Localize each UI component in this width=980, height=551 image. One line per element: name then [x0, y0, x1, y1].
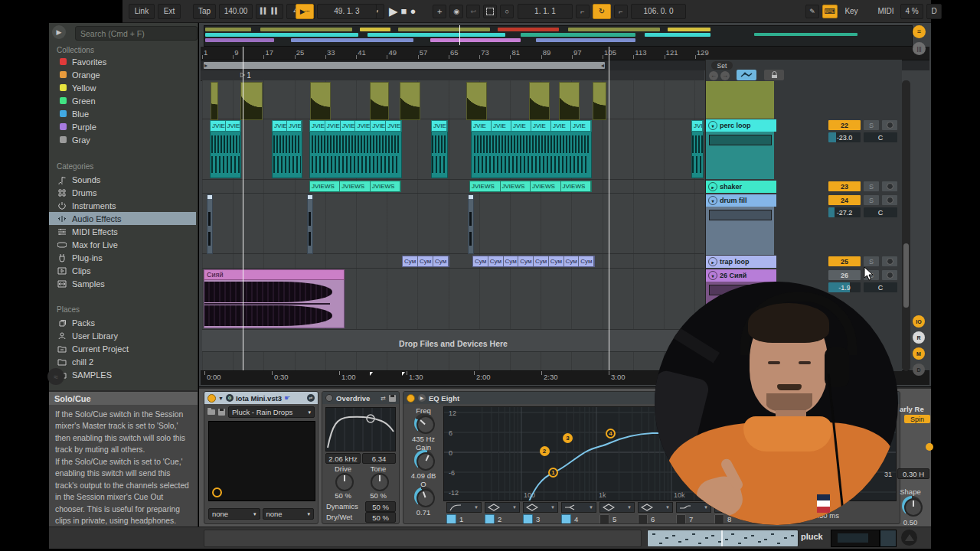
lock-envelopes-button[interactable]	[764, 70, 784, 80]
track-activator[interactable]: 22	[828, 120, 861, 130]
set-button[interactable]: Set	[711, 61, 733, 70]
sidebar-item-collection-green[interactable]: Green	[49, 94, 196, 107]
eq-q-knob[interactable]	[416, 489, 435, 507]
panel-toggle-m[interactable]: M	[913, 347, 925, 360]
sidebar-item-collection-favorites[interactable]: Favorites	[49, 55, 196, 68]
track-fold-icon[interactable]: ▾	[708, 196, 717, 205]
session-view-toggle[interactable]: ≡	[913, 25, 926, 38]
sidebar-item-drums[interactable]: Drums	[49, 186, 196, 199]
tone-value[interactable]: 50 %	[364, 491, 393, 500]
vertical-scrollbar[interactable]	[902, 80, 910, 371]
midi-clip-trap-loop[interactable]: СумСумСум	[402, 256, 449, 267]
rate-value[interactable]: 0.30 H	[897, 468, 929, 479]
track-name-bar[interactable]: ▾perc loop	[706, 119, 776, 132]
sidebar-item-chill-2[interactable]: chill 2	[49, 355, 196, 368]
track-name-bar[interactable]: ▾drum fill	[706, 194, 776, 207]
sidebar-item-sounds[interactable]: Sounds	[49, 173, 196, 186]
scrollbar-thumb[interactable]	[903, 243, 909, 308]
eq-band-shape-chooser[interactable]: ▼	[523, 502, 558, 513]
eq-q-value[interactable]: 0.71	[407, 508, 440, 517]
sidebar-item-audio-effects[interactable]: Audio Effects	[49, 212, 196, 225]
panel-toggle-io[interactable]: IO	[913, 315, 925, 328]
browser-collapse-icon[interactable]: ▶	[52, 25, 66, 39]
track-header-row[interactable]: ▾drum fillExt. In▼1▼InAutoOffMaster▼24S-…	[705, 194, 901, 255]
device-chain-thumbnail[interactable]	[831, 530, 880, 547]
audio-clip-olive[interactable]	[370, 82, 389, 120]
panel-toggle-d[interactable]: D	[913, 364, 925, 376]
pan-field[interactable]: C	[864, 282, 897, 292]
session-record-button[interactable]: ○	[500, 5, 514, 18]
midi-clip-shaker[interactable]: JVIEWSJVIEWSJVIEWSJVIEWS	[469, 181, 592, 192]
loop-end-handle[interactable]: ◂	[601, 62, 604, 69]
audio-clip-perc-loop[interactable]: JVIEJVIEJVIEJVIEJVIEJVIE	[309, 120, 402, 178]
audio-clip-olive[interactable]	[400, 82, 420, 120]
volume-field[interactable]: -1.9	[828, 282, 861, 292]
follow-button[interactable]: ▶┄	[296, 4, 314, 19]
sidebar-item-packs[interactable]: Packs	[49, 316, 196, 329]
wrench-icon[interactable]: ⚙	[226, 394, 234, 402]
device-chain-thumbnail[interactable]	[880, 530, 897, 547]
audio-clip-olive[interactable]	[559, 82, 580, 120]
reenable-automation-button[interactable]: ↩	[466, 5, 480, 18]
track-header-row[interactable]: InAutoOffMaster▼	[705, 81, 901, 119]
sidebar-item-user-library[interactable]: User Library	[49, 329, 196, 342]
play-button[interactable]: ▶	[389, 5, 398, 18]
eq-band-shape-chooser[interactable]: ▼	[485, 502, 520, 513]
arm-button[interactable]	[882, 181, 897, 191]
track-activator[interactable]: 26	[828, 270, 861, 280]
nudge-icons[interactable]: ▌▌ ▌▌	[256, 4, 283, 19]
sidebar-item-collection-gray[interactable]: Gray	[49, 133, 196, 146]
arm-button[interactable]	[882, 120, 897, 130]
draw-mode-button[interactable]: ✎	[805, 5, 819, 18]
track-fold-icon[interactable]: ▸	[708, 257, 717, 266]
arm-button[interactable]	[882, 270, 897, 280]
audio-clip-perc-loop[interactable]: JVIE	[691, 120, 704, 178]
audio-clip-olive[interactable]	[211, 82, 218, 120]
loop-length-field[interactable]: 106. 0. 0	[631, 4, 686, 19]
arm-button[interactable]	[882, 195, 897, 205]
drive-value[interactable]: 50 %	[328, 491, 358, 500]
audio-clip-olive[interactable]	[466, 82, 487, 120]
sidechain-slot-1[interactable]: none▾	[208, 508, 260, 520]
arm-button[interactable]	[882, 256, 897, 266]
preset-chooser[interactable]: Pluck - Rain Drops▾	[228, 406, 315, 418]
sidebar-item-samples[interactable]: SAMPLES	[49, 368, 196, 381]
sidebar-item-clips[interactable]: Clips	[49, 264, 196, 277]
panel-toggle-r[interactable]: R	[913, 331, 925, 344]
automation-mode-button[interactable]	[737, 70, 756, 80]
dynamics-value[interactable]: 50 %	[365, 501, 396, 512]
track-name-bar[interactable]: ▸trap loop	[706, 256, 776, 268]
audio-clip-olive[interactable]	[240, 82, 263, 120]
sidebar-item-plug-ins[interactable]: Plug-ins	[49, 251, 196, 264]
sidebar-item-max-for-live[interactable]: Max for Live	[49, 238, 196, 251]
key-map-button[interactable]: Key	[841, 5, 862, 18]
eq-gain-value[interactable]: 4.09 dB	[407, 471, 440, 480]
computer-midi-keyboard-button[interactable]: ⌨	[822, 5, 838, 18]
volume-field[interactable]: -23.0	[828, 132, 861, 142]
eq-band-shape-chooser[interactable]: ▼	[676, 502, 711, 513]
tempo-field[interactable]: 140.00	[219, 4, 253, 19]
plugin-display[interactable]	[208, 421, 315, 501]
punch-out-button[interactable]: ⌐	[614, 5, 628, 18]
loop-button[interactable]: ↻	[593, 4, 611, 19]
eq-band-enable-checkbox[interactable]	[561, 514, 571, 524]
beat-time-ruler[interactable]	[201, 47, 929, 60]
eq-band-shape-chooser[interactable]: ▼	[599, 502, 635, 513]
eq-band-handle[interactable]: 4	[606, 429, 616, 439]
punch-in-button[interactable]: ⌐	[576, 5, 590, 18]
automation-arm-button[interactable]: ◉	[449, 5, 463, 18]
eq-band-enable-checkbox[interactable]	[638, 514, 648, 524]
drive-knob[interactable]	[335, 473, 354, 491]
save-preset-icon[interactable]	[389, 395, 396, 402]
shape-knob[interactable]	[904, 498, 923, 517]
loop-start-field[interactable]: 1. 1. 1	[518, 4, 573, 19]
eq-band-shape-chooser[interactable]: ▼	[561, 502, 596, 513]
midi-map-button[interactable]: MIDI	[874, 5, 897, 18]
overflow-button[interactable]	[901, 530, 917, 546]
track-fold-icon[interactable]: ▾	[708, 121, 717, 130]
link-button[interactable]: Link	[129, 4, 155, 19]
volume-field[interactable]: -27.2	[828, 207, 861, 217]
pan-field[interactable]: C	[864, 207, 897, 217]
eq-band-handle[interactable]: 2	[540, 446, 550, 456]
solo-button[interactable]: S	[864, 195, 879, 205]
